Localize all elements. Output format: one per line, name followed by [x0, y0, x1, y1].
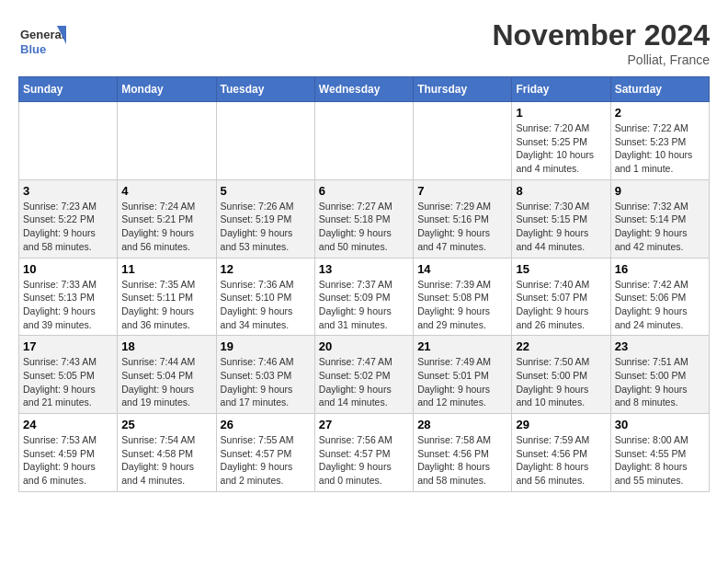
day-number: 20	[319, 339, 409, 353]
day-number: 29	[516, 418, 606, 431]
day-cell: 14Sunrise: 7:39 AM Sunset: 5:08 PM Dayli…	[414, 258, 512, 336]
day-header-friday: Friday	[512, 77, 610, 102]
day-number: 13	[319, 262, 409, 276]
day-info: Sunrise: 7:33 AM Sunset: 5:13 PM Dayligh…	[23, 278, 113, 332]
logo-svg: General Blue	[18, 18, 66, 66]
day-cell: 28Sunrise: 7:58 AM Sunset: 4:56 PM Dayli…	[414, 414, 512, 492]
logo: General Blue	[18, 18, 66, 66]
day-cell: 17Sunrise: 7:43 AM Sunset: 5:05 PM Dayli…	[19, 336, 118, 414]
day-cell: 10Sunrise: 7:33 AM Sunset: 5:13 PM Dayli…	[19, 258, 118, 336]
svg-text:General: General	[20, 28, 64, 41]
day-info: Sunrise: 7:27 AM Sunset: 5:18 PM Dayligh…	[319, 200, 409, 254]
day-info: Sunrise: 7:24 AM Sunset: 5:21 PM Dayligh…	[121, 200, 211, 254]
day-info: Sunrise: 7:47 AM Sunset: 5:02 PM Dayligh…	[319, 355, 409, 409]
day-info: Sunrise: 7:22 AM Sunset: 5:23 PM Dayligh…	[615, 121, 705, 176]
day-cell: 24Sunrise: 7:53 AM Sunset: 4:59 PM Dayli…	[19, 414, 118, 492]
day-cell: 25Sunrise: 7:54 AM Sunset: 4:58 PM Dayli…	[118, 414, 216, 492]
day-number: 12	[221, 262, 311, 276]
day-number: 1	[516, 106, 606, 120]
day-number: 7	[417, 184, 507, 198]
month-title: November 2024	[492, 18, 710, 52]
day-number: 23	[615, 339, 705, 353]
day-info: Sunrise: 7:26 AM Sunset: 5:19 PM Dayligh…	[221, 200, 311, 254]
day-cell	[118, 102, 216, 180]
day-cell	[19, 102, 118, 180]
day-cell: 9Sunrise: 7:32 AM Sunset: 5:14 PM Daylig…	[610, 179, 709, 258]
day-header-monday: Monday	[118, 77, 216, 102]
day-number: 19	[221, 339, 311, 353]
day-number: 2	[615, 106, 705, 120]
header-row: SundayMondayTuesdayWednesdayThursdayFrid…	[19, 77, 710, 102]
day-cell: 21Sunrise: 7:49 AM Sunset: 5:01 PM Dayli…	[414, 336, 512, 414]
day-number: 22	[516, 339, 606, 353]
day-header-saturday: Saturday	[610, 77, 709, 102]
day-number: 11	[121, 262, 211, 276]
day-cell: 23Sunrise: 7:51 AM Sunset: 5:00 PM Dayli…	[610, 336, 709, 414]
day-number: 16	[615, 262, 705, 276]
day-info: Sunrise: 7:53 AM Sunset: 4:59 PM Dayligh…	[23, 433, 113, 488]
day-info: Sunrise: 7:43 AM Sunset: 5:05 PM Dayligh…	[23, 355, 113, 409]
day-info: Sunrise: 7:49 AM Sunset: 5:01 PM Dayligh…	[417, 355, 507, 409]
day-info: Sunrise: 7:46 AM Sunset: 5:03 PM Dayligh…	[221, 355, 311, 409]
day-info: Sunrise: 7:55 AM Sunset: 4:57 PM Dayligh…	[221, 433, 311, 488]
day-number: 4	[121, 184, 211, 198]
day-cell: 12Sunrise: 7:36 AM Sunset: 5:10 PM Dayli…	[216, 258, 314, 336]
day-header-thursday: Thursday	[414, 77, 512, 102]
day-info: Sunrise: 7:54 AM Sunset: 4:58 PM Dayligh…	[121, 433, 211, 488]
day-header-wednesday: Wednesday	[314, 77, 413, 102]
week-row-1: 1Sunrise: 7:20 AM Sunset: 5:25 PM Daylig…	[19, 102, 710, 180]
day-number: 25	[121, 418, 211, 431]
day-cell: 13Sunrise: 7:37 AM Sunset: 5:09 PM Dayli…	[314, 258, 413, 336]
day-number: 10	[23, 262, 113, 276]
day-number: 9	[615, 184, 705, 198]
day-cell	[414, 102, 512, 180]
day-info: Sunrise: 7:20 AM Sunset: 5:25 PM Dayligh…	[516, 121, 606, 176]
day-number: 30	[615, 418, 705, 431]
day-cell: 15Sunrise: 7:40 AM Sunset: 5:07 PM Dayli…	[512, 258, 610, 336]
location: Polliat, France	[492, 52, 710, 67]
day-number: 24	[23, 418, 113, 431]
day-number: 8	[516, 184, 606, 198]
day-header-tuesday: Tuesday	[216, 77, 314, 102]
day-cell	[216, 102, 314, 180]
week-row-4: 17Sunrise: 7:43 AM Sunset: 5:05 PM Dayli…	[19, 336, 710, 414]
day-number: 3	[23, 184, 113, 198]
day-header-sunday: Sunday	[19, 77, 118, 102]
day-cell: 20Sunrise: 7:47 AM Sunset: 5:02 PM Dayli…	[314, 336, 413, 414]
day-info: Sunrise: 7:50 AM Sunset: 5:00 PM Dayligh…	[516, 355, 606, 409]
day-number: 28	[417, 418, 507, 431]
calendar-table: SundayMondayTuesdayWednesdayThursdayFrid…	[18, 76, 710, 492]
day-number: 15	[516, 262, 606, 276]
day-info: Sunrise: 7:40 AM Sunset: 5:07 PM Dayligh…	[516, 278, 606, 332]
day-number: 14	[417, 262, 507, 276]
day-cell: 1Sunrise: 7:20 AM Sunset: 5:25 PM Daylig…	[512, 102, 610, 180]
day-info: Sunrise: 7:36 AM Sunset: 5:10 PM Dayligh…	[221, 278, 311, 332]
day-cell: 26Sunrise: 7:55 AM Sunset: 4:57 PM Dayli…	[216, 414, 314, 492]
day-cell: 3Sunrise: 7:23 AM Sunset: 5:22 PM Daylig…	[19, 179, 118, 258]
day-info: Sunrise: 8:00 AM Sunset: 4:55 PM Dayligh…	[615, 433, 705, 488]
day-cell: 6Sunrise: 7:27 AM Sunset: 5:18 PM Daylig…	[314, 179, 413, 258]
day-info: Sunrise: 7:32 AM Sunset: 5:14 PM Dayligh…	[615, 200, 705, 254]
day-cell: 2Sunrise: 7:22 AM Sunset: 5:23 PM Daylig…	[610, 102, 709, 180]
day-cell: 19Sunrise: 7:46 AM Sunset: 5:03 PM Dayli…	[216, 336, 314, 414]
day-number: 17	[23, 339, 113, 353]
day-cell: 29Sunrise: 7:59 AM Sunset: 4:56 PM Dayli…	[512, 414, 610, 492]
day-info: Sunrise: 7:56 AM Sunset: 4:57 PM Dayligh…	[319, 433, 409, 488]
day-cell	[314, 102, 413, 180]
day-number: 5	[221, 184, 311, 198]
page-header: General Blue November 2024 Polliat, Fran…	[18, 18, 710, 67]
day-info: Sunrise: 7:29 AM Sunset: 5:16 PM Dayligh…	[417, 200, 507, 254]
day-info: Sunrise: 7:35 AM Sunset: 5:11 PM Dayligh…	[121, 278, 211, 332]
day-info: Sunrise: 7:37 AM Sunset: 5:09 PM Dayligh…	[319, 278, 409, 332]
day-info: Sunrise: 7:39 AM Sunset: 5:08 PM Dayligh…	[417, 278, 507, 332]
title-block: November 2024 Polliat, France	[492, 18, 710, 67]
day-cell: 30Sunrise: 8:00 AM Sunset: 4:55 PM Dayli…	[610, 414, 709, 492]
day-cell: 4Sunrise: 7:24 AM Sunset: 5:21 PM Daylig…	[118, 179, 216, 258]
day-number: 6	[319, 184, 409, 198]
day-info: Sunrise: 7:58 AM Sunset: 4:56 PM Dayligh…	[417, 433, 507, 488]
day-info: Sunrise: 7:42 AM Sunset: 5:06 PM Dayligh…	[615, 278, 705, 332]
day-number: 18	[121, 339, 211, 353]
day-number: 26	[221, 418, 311, 431]
day-info: Sunrise: 7:30 AM Sunset: 5:15 PM Dayligh…	[516, 200, 606, 254]
week-row-2: 3Sunrise: 7:23 AM Sunset: 5:22 PM Daylig…	[19, 179, 710, 258]
